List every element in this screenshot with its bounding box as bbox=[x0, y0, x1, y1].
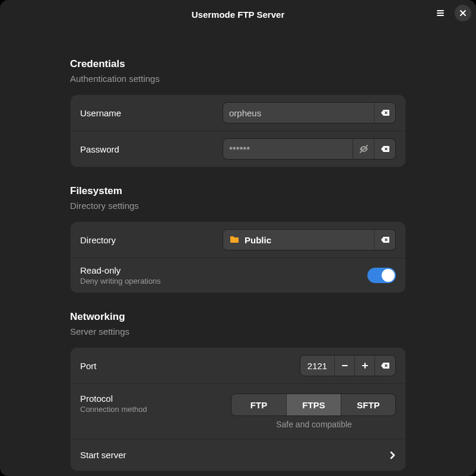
protocol-hint: Safe and compatible bbox=[232, 420, 396, 429]
protocol-sublabel: Connection method bbox=[80, 405, 223, 414]
credentials-title: Credentials bbox=[70, 58, 406, 70]
switch-knob bbox=[382, 269, 395, 282]
readonly-sublabel: Deny writing operations bbox=[80, 277, 223, 285]
protocol-segmented: FTP FTPS SFTP bbox=[231, 394, 396, 416]
credentials-card: Username Password bbox=[70, 94, 406, 167]
section-networking: Networking Server settings Port bbox=[70, 311, 406, 471]
password-input[interactable] bbox=[223, 144, 353, 154]
readonly-toggle[interactable] bbox=[367, 268, 396, 283]
filesystem-subtitle: Directory settings bbox=[70, 201, 406, 211]
directory-label: Directory bbox=[80, 235, 223, 245]
readonly-row: Read-only Deny writing operations bbox=[71, 258, 405, 293]
backspace-icon bbox=[380, 361, 390, 370]
eye-off-icon bbox=[358, 144, 369, 154]
close-button[interactable] bbox=[455, 5, 471, 21]
port-spin bbox=[300, 355, 396, 376]
backspace-icon bbox=[380, 235, 390, 245]
username-row: Username bbox=[71, 95, 405, 131]
filesystem-title: Filesystem bbox=[70, 185, 406, 197]
port-decrement-button[interactable] bbox=[335, 356, 355, 376]
networking-title: Networking bbox=[70, 311, 406, 323]
directory-value: Public bbox=[245, 235, 271, 245]
section-filesystem: Filesystem Directory settings Directory … bbox=[70, 185, 406, 293]
app-window: Usermode FTP Server Credentials Authenti… bbox=[0, 0, 476, 476]
credentials-subtitle: Authentication settings bbox=[70, 74, 406, 84]
section-credentials: Credentials Authentication settings User… bbox=[70, 58, 406, 167]
port-label: Port bbox=[80, 361, 223, 371]
port-input[interactable] bbox=[300, 356, 335, 376]
networking-subtitle: Server settings bbox=[70, 326, 406, 337]
start-server-row[interactable]: Start server bbox=[71, 439, 405, 471]
folder-icon bbox=[229, 234, 240, 245]
password-row: Password bbox=[71, 131, 405, 167]
titlebar: Usermode FTP Server bbox=[0, 0, 476, 28]
backspace-icon bbox=[380, 144, 390, 154]
minus-icon bbox=[341, 361, 349, 370]
filesystem-card: Directory Public bbox=[70, 221, 406, 293]
port-reset-button[interactable] bbox=[375, 356, 395, 376]
password-label: Password bbox=[80, 144, 223, 154]
username-input-wrap bbox=[223, 102, 396, 123]
plus-icon bbox=[361, 361, 369, 370]
username-input[interactable] bbox=[223, 108, 374, 118]
readonly-label: Read-only bbox=[80, 265, 223, 275]
chevron-right-icon bbox=[389, 450, 396, 460]
clear-password-button[interactable] bbox=[374, 139, 395, 159]
port-increment-button[interactable] bbox=[355, 356, 375, 376]
clear-username-button[interactable] bbox=[374, 103, 395, 123]
protocol-option-sftp[interactable]: SFTP bbox=[341, 394, 395, 415]
hamburger-icon bbox=[436, 8, 445, 18]
toggle-password-visibility-button[interactable] bbox=[353, 139, 374, 159]
directory-row: Directory Public bbox=[71, 222, 405, 258]
protocol-label: Protocol bbox=[80, 394, 223, 404]
protocol-option-ftp[interactable]: FTP bbox=[231, 394, 286, 415]
password-input-wrap bbox=[223, 138, 396, 160]
clear-directory-button[interactable] bbox=[374, 230, 395, 250]
protocol-row: Protocol Connection method FTP FTPS SFTP… bbox=[71, 383, 405, 439]
titlebar-controls bbox=[432, 5, 471, 21]
content-area: Credentials Authentication settings User… bbox=[0, 28, 476, 476]
backspace-icon bbox=[380, 108, 390, 118]
close-icon bbox=[459, 9, 467, 17]
protocol-option-ftps[interactable]: FTPS bbox=[286, 394, 341, 415]
networking-card: Port bbox=[70, 347, 406, 471]
window-title: Usermode FTP Server bbox=[192, 9, 284, 20]
start-server-label: Start server bbox=[80, 450, 126, 460]
port-row: Port bbox=[71, 348, 405, 383]
hamburger-menu-button[interactable] bbox=[432, 5, 449, 21]
username-label: Username bbox=[80, 108, 223, 118]
directory-chooser[interactable]: Public bbox=[223, 229, 396, 250]
